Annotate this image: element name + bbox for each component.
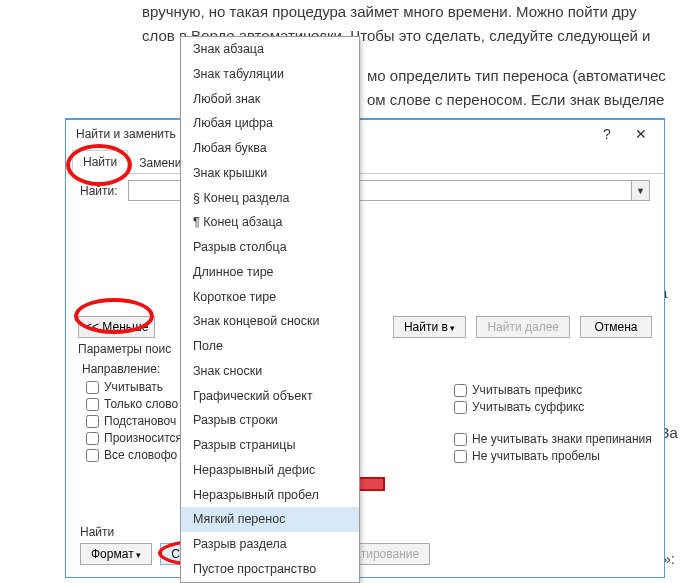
special-menu-item[interactable]: Знак табуляции	[181, 62, 359, 87]
special-menu-item[interactable]: Знак абзаца	[181, 37, 359, 62]
special-menu-item[interactable]: Разрыв столбца	[181, 235, 359, 260]
chk-ignore-spaces[interactable]: Не учитывать пробелы	[454, 449, 681, 463]
special-menu-item[interactable]: Неразрывный дефис	[181, 458, 359, 483]
chk-ignore-punct[interactable]: Не учитывать знаки препинания	[454, 432, 681, 446]
special-menu-item[interactable]: Поле	[181, 334, 359, 359]
help-button[interactable]: ?	[590, 122, 624, 146]
special-menu-item[interactable]: Графический объект	[181, 384, 359, 409]
special-menu-item[interactable]: Разрыв раздела	[181, 532, 359, 557]
tab-find[interactable]: Найти	[72, 150, 128, 174]
find-replace-dialog: Найти и заменить ? ✕ Найти Замени Найти:…	[65, 118, 665, 578]
special-menu-item[interactable]: Знак концевой сноски	[181, 309, 359, 334]
find-dropdown-icon[interactable]: ▼	[631, 181, 649, 200]
chk-prefix[interactable]: Учитывать префикс	[454, 383, 681, 397]
format-button[interactable]: Формат	[80, 543, 152, 565]
params-label: Параметры поис	[78, 342, 171, 356]
cancel-button[interactable]: Отмена	[580, 316, 652, 338]
special-menu-item[interactable]: Короткое тире	[181, 285, 359, 310]
special-menu-item[interactable]: § Конец раздела	[181, 186, 359, 211]
special-menu-item[interactable]: Любая буква	[181, 136, 359, 161]
special-menu-item[interactable]: Длинное тире	[181, 260, 359, 285]
less-button[interactable]: << Меньше	[78, 316, 155, 338]
special-menu-item[interactable]: Мягкий перенос	[181, 507, 359, 532]
find-next-button[interactable]: Найти далее	[476, 316, 570, 338]
close-button[interactable]: ✕	[624, 122, 658, 146]
chk-suffix[interactable]: Учитывать суффикс	[454, 400, 681, 414]
special-menu-item[interactable]: Любой знак	[181, 87, 359, 112]
special-menu-item[interactable]: ¶ Конец абзаца	[181, 210, 359, 235]
special-menu-item[interactable]: Разрыв страницы	[181, 433, 359, 458]
find-in-button[interactable]: Найти в	[393, 316, 466, 338]
find-label: Найти:	[80, 184, 118, 198]
special-menu-item[interactable]: Знак крышки	[181, 161, 359, 186]
special-menu: Знак абзацаЗнак табуляцииЛюбой знакЛюбая…	[180, 36, 360, 583]
special-menu-item[interactable]: Неразрывный пробел	[181, 483, 359, 508]
special-menu-item[interactable]: Разрыв строки	[181, 408, 359, 433]
special-menu-item[interactable]: Любая цифра	[181, 111, 359, 136]
special-menu-item[interactable]: Знак сноски	[181, 359, 359, 384]
special-menu-item[interactable]: Пустое пространство	[181, 557, 359, 582]
